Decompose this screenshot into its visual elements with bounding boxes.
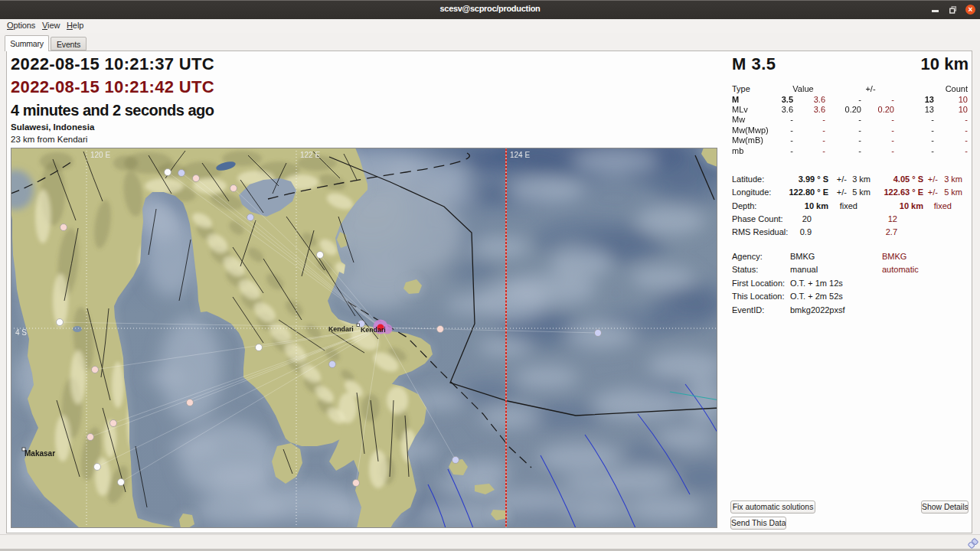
svg-text:Makasar: Makasar <box>24 449 55 458</box>
svg-text:Kendari: Kendari <box>328 325 354 333</box>
svg-text:4 S: 4 S <box>15 328 27 337</box>
svg-text:120 E: 120 E <box>90 151 110 159</box>
svg-text:Kendari: Kendari <box>361 326 386 334</box>
svg-text:122 E: 122 E <box>300 151 320 159</box>
svg-text:124 E: 124 E <box>510 151 530 159</box>
